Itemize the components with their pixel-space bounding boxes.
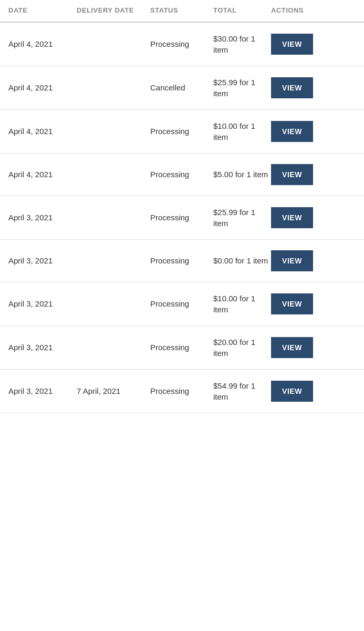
row-total: $0.00 for 1 item: [213, 255, 271, 266]
row-date: April 3, 2021: [8, 385, 77, 396]
row-total: $54.99 for 1 item: [213, 380, 271, 402]
row-delivery-date: 7 April, 2021: [77, 386, 150, 395]
row-actions: VIEW: [271, 337, 356, 358]
table-row: April 3, 2021 Processing $25.99 for 1 it…: [0, 196, 364, 240]
row-date: April 4, 2021: [8, 169, 77, 180]
row-total: $25.99 for 1 item: [213, 207, 271, 229]
row-actions: VIEW: [271, 121, 356, 142]
row-status: Cancelled: [150, 83, 213, 92]
row-status: Processing: [150, 386, 213, 395]
row-status: Processing: [150, 299, 213, 308]
row-actions: VIEW: [271, 164, 356, 185]
view-button[interactable]: VIEW: [271, 34, 313, 55]
view-button[interactable]: VIEW: [271, 293, 313, 314]
row-status: Processing: [150, 127, 213, 136]
orders-table: DATE DELIVERY DATE STATUS TOTAL ACTIONS …: [0, 0, 364, 413]
row-status: Processing: [150, 343, 213, 352]
table-row: April 4, 2021 Cancelled $25.99 for 1 ite…: [0, 66, 364, 110]
view-button[interactable]: VIEW: [271, 164, 313, 185]
header-status: STATUS: [150, 6, 213, 15]
table-header: DATE DELIVERY DATE STATUS TOTAL ACTIONS: [0, 0, 364, 23]
row-status: Processing: [150, 39, 213, 48]
table-row: April 4, 2021 Processing $5.00 for 1 ite…: [0, 154, 364, 196]
table-row: April 3, 2021 7 April, 2021 Processing $…: [0, 370, 364, 413]
row-date: April 4, 2021: [8, 38, 77, 49]
row-actions: VIEW: [271, 293, 356, 314]
table-row: April 3, 2021 Processing $10.00 for 1 it…: [0, 282, 364, 326]
view-button[interactable]: VIEW: [271, 250, 313, 271]
row-date: April 4, 2021: [8, 82, 77, 93]
view-button[interactable]: VIEW: [271, 77, 313, 98]
header-delivery-date: DELIVERY DATE: [77, 6, 150, 15]
row-actions: VIEW: [271, 207, 356, 228]
row-total: $5.00 for 1 item: [213, 169, 271, 180]
table-row: April 3, 2021 Processing $20.00 for 1 it…: [0, 326, 364, 370]
row-actions: VIEW: [271, 250, 356, 271]
row-date: April 3, 2021: [8, 342, 77, 353]
header-date: DATE: [8, 6, 77, 15]
row-date: April 3, 2021: [8, 212, 77, 223]
row-total: $20.00 for 1 item: [213, 337, 271, 359]
view-button[interactable]: VIEW: [271, 381, 313, 402]
view-button[interactable]: VIEW: [271, 337, 313, 358]
view-button[interactable]: VIEW: [271, 207, 313, 228]
row-date: April 3, 2021: [8, 298, 77, 309]
view-button[interactable]: VIEW: [271, 121, 313, 142]
table-body: April 4, 2021 Processing $30.00 for 1 it…: [0, 23, 364, 413]
row-total: $10.00 for 1 item: [213, 120, 271, 143]
table-row: April 4, 2021 Processing $30.00 for 1 it…: [0, 23, 364, 66]
header-total: TOTAL: [213, 6, 271, 15]
row-actions: VIEW: [271, 77, 356, 98]
row-actions: VIEW: [271, 34, 356, 55]
row-date: April 4, 2021: [8, 126, 77, 137]
row-status: Processing: [150, 256, 213, 265]
row-status: Processing: [150, 170, 213, 179]
row-total: $10.00 for 1 item: [213, 293, 271, 315]
row-status: Processing: [150, 213, 213, 222]
row-date: April 3, 2021: [8, 255, 77, 266]
row-total: $30.00 for 1 item: [213, 33, 271, 55]
table-row: April 3, 2021 Processing $0.00 for 1 ite…: [0, 240, 364, 282]
header-actions: ACTIONS: [271, 6, 356, 15]
row-actions: VIEW: [271, 381, 356, 402]
table-row: April 4, 2021 Processing $10.00 for 1 it…: [0, 110, 364, 154]
row-total: $25.99 for 1 item: [213, 77, 271, 99]
